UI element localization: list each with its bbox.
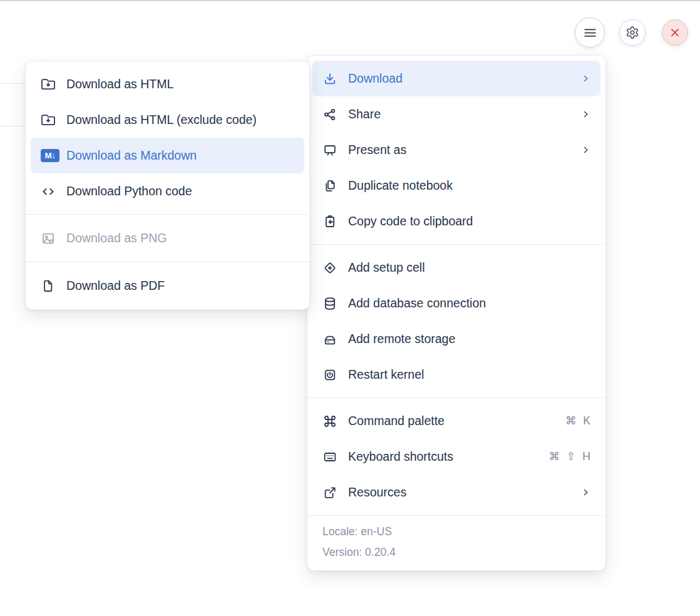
storage-icon: [322, 332, 337, 347]
menu-item-label: Resources: [348, 486, 406, 499]
command-icon: [322, 414, 337, 429]
settings-button[interactable]: [619, 19, 646, 46]
menu-item-label: Present as: [348, 144, 406, 157]
duplicate-icon: [322, 178, 337, 193]
menu-item-download-html[interactable]: Download as HTML: [31, 66, 304, 102]
menu-section: Command palette ⌘ K Keyboard shortcuts ⌘…: [307, 398, 605, 516]
notebook-menu: Download Share Present as: [307, 55, 606, 571]
chevron-right-icon: [581, 73, 590, 84]
menu-item-download-pdf[interactable]: Download as PDF: [31, 268, 304, 304]
presentation-icon: [322, 143, 337, 158]
hamburger-menu-button[interactable]: [575, 18, 605, 48]
page-top-border: [0, 0, 700, 1]
menu-item-label: Keyboard shortcuts: [348, 451, 453, 463]
menu-footer: Locale: en-US Version: 0.20.4: [307, 516, 605, 570]
menu-item-label: Add database connection: [348, 297, 486, 310]
shortcut-hint: ⌘ K: [565, 414, 590, 428]
menu-item-download-png[interactable]: Download as PNG: [31, 220, 304, 256]
folder-download-icon: [41, 113, 56, 128]
menu-item-restart-kernel[interactable]: Restart kernel: [312, 357, 600, 393]
menu-item-download-html-exclude-code[interactable]: Download as HTML (exclude code): [31, 102, 304, 138]
version-text: Version: 0.20.4: [322, 542, 590, 563]
menu-item-label: Copy code to clipboard: [348, 215, 473, 228]
menu-item-label: Add remote storage: [348, 333, 455, 346]
chevron-right-icon: [581, 109, 590, 120]
background-divider-line: [0, 83, 26, 84]
menu-item-label: Download as Markdown: [66, 150, 197, 162]
menu-item-download-python-code[interactable]: Download Python code: [31, 173, 304, 209]
image-icon: [41, 231, 56, 246]
file-icon: [41, 279, 56, 294]
background-divider-line: [0, 126, 26, 126]
menu-item-label: Download: [348, 73, 403, 85]
menu-item-add-remote-storage[interactable]: Add remote storage: [312, 321, 600, 357]
menu-item-label: Command palette: [348, 415, 445, 428]
menu-item-add-setup-cell[interactable]: Add setup cell: [312, 250, 600, 285]
menu-section: Download Share Present as: [307, 56, 605, 245]
power-icon: [322, 367, 337, 382]
menu-section: Download as HTML Download as HTML (exclu…: [26, 61, 309, 215]
share-icon: [322, 107, 337, 122]
download-submenu: Download as HTML Download as HTML (exclu…: [25, 61, 310, 310]
menu-item-download-markdown[interactable]: M↓ Download as Markdown: [31, 138, 304, 173]
chevron-right-icon: [581, 487, 590, 498]
menu-section: Add setup cell Add database connection A…: [307, 245, 605, 398]
code-icon: [41, 184, 56, 199]
menu-item-add-database[interactable]: Add database connection: [312, 285, 600, 321]
menu-section: Download as PNG: [26, 215, 309, 262]
database-icon: [322, 296, 337, 311]
menu-item-label: Download as HTML: [66, 78, 173, 91]
menu-item-label: Add setup cell: [348, 262, 425, 274]
menu-item-resources[interactable]: Resources: [312, 475, 600, 510]
chevron-right-icon: [581, 145, 590, 155]
menu-item-label: Duplicate notebook: [348, 180, 453, 192]
hamburger-icon: [583, 26, 597, 40]
diamond-plus-icon: [322, 260, 337, 275]
menu-item-command-palette[interactable]: Command palette ⌘ K: [312, 403, 600, 439]
gear-icon: [625, 26, 639, 39]
close-icon: [668, 26, 682, 39]
external-link-icon: [322, 485, 337, 500]
menu-item-label: Download as HTML (exclude code): [66, 114, 257, 126]
keyboard-icon: [322, 449, 337, 465]
menu-item-duplicate-notebook[interactable]: Duplicate notebook: [312, 168, 600, 203]
menu-item-share[interactable]: Share: [312, 96, 600, 132]
menu-item-label: Restart kernel: [348, 369, 424, 381]
menu-item-download[interactable]: Download: [312, 61, 600, 96]
close-button[interactable]: [662, 19, 688, 46]
menu-section: Download as PDF: [26, 262, 309, 309]
menu-item-label: Download Python code: [66, 185, 192, 198]
markdown-icon: M↓: [41, 148, 59, 163]
shortcut-hint: ⌘ ⇧ H: [548, 450, 590, 463]
menu-item-copy-code[interactable]: Copy code to clipboard: [312, 203, 600, 239]
clipboard-icon: [322, 214, 337, 229]
folder-download-icon: [41, 77, 56, 92]
menu-item-present-as[interactable]: Present as: [312, 132, 600, 168]
menu-item-label: Download as PNG: [66, 232, 167, 245]
locale-text: Locale: en-US: [322, 521, 590, 542]
download-icon: [322, 71, 337, 86]
menu-item-keyboard-shortcuts[interactable]: Keyboard shortcuts ⌘ ⇧ H: [312, 439, 600, 475]
menu-item-label: Download as PDF: [66, 280, 165, 292]
menu-item-label: Share: [348, 108, 381, 121]
